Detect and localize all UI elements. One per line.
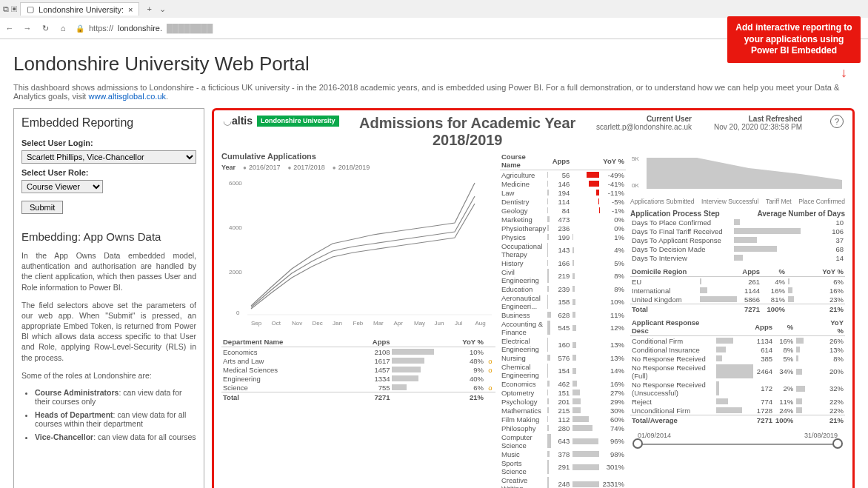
table-row[interactable]: Mathematics21530%: [500, 406, 626, 415]
submit-button[interactable]: Submit: [21, 201, 63, 214]
dashboard-meta: Current User scarlett.p@londonshire.ac.u…: [596, 115, 844, 131]
table-row[interactable]: Geology84-1%: [500, 206, 626, 215]
sidebar: Embedded Reporting Select User Login: Sc…: [13, 108, 204, 488]
help-icon[interactable]: ?: [830, 115, 844, 128]
table-row[interactable]: Days To Interview14: [630, 253, 845, 262]
lock-icon: 🔒: [76, 24, 84, 33]
table-row[interactable]: No Response Received (Full)246434%20%: [630, 363, 845, 380]
svg-text:Mar: Mar: [373, 320, 384, 327]
table-row[interactable]: Philosophy28074%: [500, 424, 626, 432]
domicile-card: Domicile Region Apps % YoY % EU2614%6%In…: [630, 267, 845, 313]
svg-text:Jun: Jun: [435, 320, 444, 327]
table-row[interactable]: Nursing57613%: [500, 353, 626, 362]
table-row[interactable]: History1665%: [500, 258, 626, 267]
new-tab-button[interactable]: +: [142, 4, 156, 13]
table-row[interactable]: Days To Final Tariff Received106: [630, 227, 845, 235]
table-row[interactable]: Days To Applicant Response37: [630, 235, 845, 244]
process-card: Application Process StepAverage Number o…: [630, 210, 845, 262]
sidebar-heading: Embedded Reporting: [21, 116, 196, 130]
svg-text:6000: 6000: [229, 180, 242, 187]
svg-text:Apr: Apr: [394, 320, 404, 327]
dashboard-frame: ◡altis Londonshire University Admissions…: [212, 108, 855, 488]
table-row[interactable]: EU2614%6%: [630, 277, 845, 287]
table-row[interactable]: Accounting & Finance54512%: [500, 319, 626, 336]
table-row[interactable]: No Response Received (Unsuccessful)1722%…: [630, 380, 845, 397]
funnel-card[interactable]: 5K 0K Applications SubmittedInterview Su…: [630, 152, 845, 205]
table-row[interactable]: International114416%16%: [630, 286, 845, 295]
table-row[interactable]: Law194-11%: [500, 188, 626, 197]
svg-text:Sep: Sep: [251, 320, 262, 327]
table-row[interactable]: Medicine146-41%: [500, 179, 626, 188]
response-card: Applicant Response Desc Apps % YoY % Con…: [630, 318, 845, 424]
embedding-p3: Some of the roles at Londonshire are:: [21, 370, 196, 381]
table-row[interactable]: Psychology20129%: [500, 397, 626, 406]
table-row[interactable]: Civil Engineering2198%: [500, 267, 626, 284]
back-icon[interactable]: ←: [4, 24, 15, 33]
table-row[interactable]: Physics1991%: [500, 233, 626, 241]
table-row[interactable]: Occupational Therapy1434%: [500, 241, 626, 258]
table-row[interactable]: Conditional Insurance6148%13%: [630, 345, 845, 354]
table-row[interactable]: Economics210810%: [221, 347, 495, 357]
tab-overflow-icon[interactable]: ⌄: [159, 4, 166, 14]
browser-tab[interactable]: ▢ Londonshire University: ×: [20, 2, 139, 16]
window-controls[interactable]: ⧉ ▣: [3, 4, 17, 14]
svg-text:May: May: [414, 320, 425, 327]
table-row[interactable]: Education2398%: [500, 284, 626, 293]
logo-block: ◡altis Londonshire University: [223, 115, 339, 127]
dashboard-header: ◡altis Londonshire University Admissions…: [218, 113, 848, 152]
embedding-p2: The field selectors above set the parame…: [21, 300, 196, 363]
table-row[interactable]: Unconditional Firm172824%22%: [630, 406, 845, 415]
table-row[interactable]: Conditional Firm113416%26%: [630, 336, 845, 346]
table-row[interactable]: Days To Place Confirmed10: [630, 218, 845, 227]
table-row[interactable]: Aeronautical Engineeri...15810%: [500, 293, 626, 310]
response-table[interactable]: Applicant Response Desc Apps % YoY % Con…: [630, 318, 845, 424]
table-row[interactable]: Marketing4730%: [500, 215, 626, 224]
table-row[interactable]: Sports Science291301%: [500, 458, 626, 475]
role-select[interactable]: Course Viewer: [21, 180, 103, 193]
altis-logo: ◡altis: [223, 115, 253, 127]
home-icon[interactable]: ⌂: [58, 24, 68, 33]
table-row[interactable]: Medical Sciences14579%o: [221, 365, 495, 374]
table-row[interactable]: Electrical Engineering16013%: [500, 336, 626, 353]
slider-thumb-start[interactable]: [632, 438, 643, 449]
table-row[interactable]: Chemical Engineering15414%: [500, 362, 626, 379]
intro-text: This dashboard shows admissions to Londo…: [13, 83, 855, 101]
departments-table[interactable]: Department Name Apps YoY % Economics2108…: [221, 337, 495, 401]
intro-link[interactable]: www.altisglobal.co.uk: [88, 92, 166, 101]
table-row[interactable]: Arts and Law161748%o: [221, 356, 495, 365]
login-label: Select User Login:: [21, 138, 196, 147]
cumulative-chart[interactable]: 6000 4000 2000 0 SepOctNovDecJanFebMarAp…: [221, 174, 495, 330]
table-row[interactable]: Music37898%: [500, 449, 626, 458]
svg-text:4000: 4000: [229, 224, 242, 231]
table-row[interactable]: No Response Received3855%8%: [630, 354, 845, 363]
table-row[interactable]: Reject77411%22%: [630, 397, 845, 406]
table-row[interactable]: Days To Decision Made68: [630, 244, 845, 253]
table-row[interactable]: Film Making11260%: [500, 415, 626, 424]
table-row[interactable]: Agriculture56-49%: [500, 170, 626, 180]
table-row[interactable]: Optometry15127%: [500, 388, 626, 397]
forward-icon[interactable]: →: [22, 24, 33, 33]
table-row[interactable]: Creative Writing2482331%: [500, 475, 626, 488]
domicile-table[interactable]: Domicile Region Apps % YoY % EU2614%6%In…: [630, 267, 845, 313]
table-row[interactable]: Business62811%: [500, 310, 626, 319]
courses-table[interactable]: Course Name Apps YoY % Agriculture56-49%…: [500, 152, 626, 488]
tab-bar: ⧉ ▣ ▢ Londonshire University: × + ⌄: [0, 0, 868, 18]
table-row[interactable]: Physiotherapy2360%: [500, 224, 626, 233]
table-row[interactable]: Computer Science64396%: [500, 432, 626, 449]
slider-thumb-end[interactable]: [832, 438, 843, 449]
table-row-total: Total727121%: [221, 392, 495, 402]
refresh-icon[interactable]: ↻: [40, 24, 50, 33]
courses-card: Course Name Apps YoY % Agriculture56-49%…: [500, 152, 626, 488]
process-table[interactable]: Days To Place Confirmed10Days To Final T…: [630, 218, 845, 262]
date-slider[interactable]: 01/09/201431/08/2019: [630, 429, 845, 449]
svg-text:Oct: Oct: [272, 320, 281, 327]
table-row[interactable]: Science7556%o: [221, 383, 495, 392]
close-icon[interactable]: ×: [128, 5, 133, 14]
roles-list: Course Administrators: can view data for…: [21, 388, 196, 441]
login-select[interactable]: Scarlett Phillips, Vice-Chancellor: [21, 150, 196, 164]
svg-text:0K: 0K: [632, 182, 639, 189]
table-row[interactable]: Engineering133440%: [221, 374, 495, 383]
table-row[interactable]: Dentistry114-5%: [500, 197, 626, 206]
table-row[interactable]: Economics46216%: [500, 379, 626, 388]
table-row[interactable]: United Kingdom586681%23%: [630, 295, 845, 304]
